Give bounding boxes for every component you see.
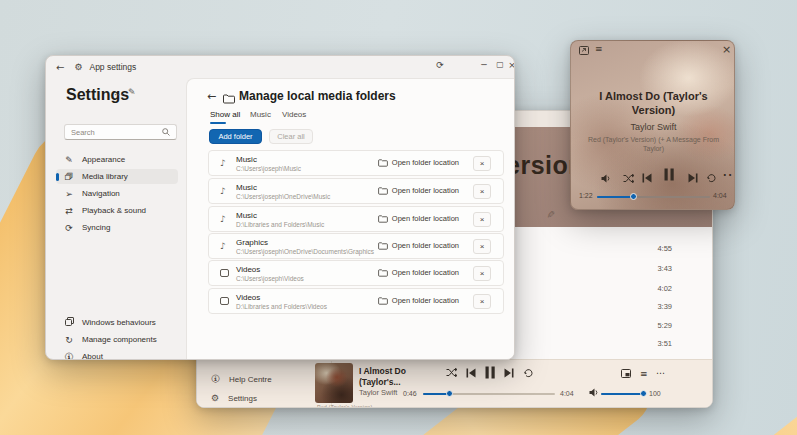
content-back-icon[interactable]: ←: [207, 90, 216, 103]
sidebar-item-playback-sound[interactable]: ⇄ Playback & sound: [56, 203, 178, 218]
nav-help-centre[interactable]: 🛈 Help Centre: [211, 374, 272, 384]
video-icon: [220, 297, 229, 307]
mini-song-album: Red (Taylor's Version) (+ A Message From…: [585, 135, 722, 154]
mini-player-close-icon[interactable]: ×: [722, 43, 731, 56]
mini-player-window: ≡ × I Almost Do (Taylor's Version) Taylo…: [570, 40, 735, 210]
page-title: Manage local media folders: [239, 89, 396, 103]
sidebar-item-media-library[interactable]: 🗇 Media library: [56, 169, 178, 184]
music-note-icon: ♪: [220, 241, 226, 251]
exit-mini-player-icon[interactable]: [579, 46, 589, 57]
remove-folder-button[interactable]: ×: [473, 156, 491, 171]
mini-elapsed-time: 1:22: [579, 192, 593, 199]
queue-icon[interactable]: ≡: [640, 369, 648, 379]
help-icon: 🛈: [211, 374, 220, 384]
repeat-button[interactable]: [523, 368, 534, 378]
mini-shuffle-icon[interactable]: [623, 169, 634, 187]
mini-progress-fill: [597, 196, 634, 198]
volume-thumb[interactable]: [640, 390, 647, 397]
close-icon[interactable]: ×: [504, 60, 515, 70]
edit-pencil-icon[interactable]: ✎: [545, 210, 556, 218]
remove-folder-button[interactable]: ×: [473, 266, 491, 281]
sync-icon: ⟳: [64, 223, 74, 233]
open-folder-location-button[interactable]: Open folder location: [378, 186, 459, 195]
now-playing-artist[interactable]: Taylor Swift: [359, 388, 397, 397]
remove-folder-button[interactable]: ×: [473, 184, 491, 199]
duration-time: 4:04: [560, 390, 574, 397]
media-library-icon: 🗇: [64, 172, 74, 182]
folder-row: ♪ Music D:\Libraries and Folders\Music O…: [208, 206, 504, 232]
music-note-icon: ♪: [220, 186, 226, 196]
open-folder-location-button[interactable]: Open folder location: [378, 268, 459, 277]
back-icon[interactable]: ←: [56, 62, 64, 73]
now-playing-album-art[interactable]: [315, 363, 353, 403]
sidebar-item-navigation[interactable]: ➢ Navigation: [56, 186, 178, 201]
progress-thumb[interactable]: [446, 390, 453, 397]
volume-value: 100: [649, 390, 661, 397]
manage-components-icon: ↻: [64, 335, 74, 345]
sidebar-item-manage-components[interactable]: ↻ Manage components: [56, 332, 178, 347]
sidebar-item-about[interactable]: 🛈 About: [56, 349, 178, 360]
pin-icon[interactable]: ✎: [128, 87, 136, 97]
mini-progress-thumb[interactable]: [630, 193, 637, 200]
mini-previous-button[interactable]: [642, 169, 652, 187]
mini-player-menu-icon[interactable]: ≡: [595, 44, 603, 54]
previous-button[interactable]: [466, 368, 476, 378]
search-input[interactable]: Search: [64, 124, 177, 140]
app-settings-window: ← ⚙ App settings ⟳ ─ ▢ × Settings ⋯ ✎ Se…: [45, 55, 515, 360]
clear-all-button[interactable]: Clear all: [269, 129, 313, 144]
volume-icon[interactable]: [589, 388, 598, 397]
folder-row: Videos C:\Users\joseph\Videos Open folde…: [208, 260, 504, 286]
open-folder-location-button[interactable]: Open folder location: [378, 158, 459, 167]
mini-next-button[interactable]: [688, 169, 698, 187]
mini-duration-time: 4:04: [713, 192, 727, 199]
add-folder-button[interactable]: Add folder: [209, 129, 262, 144]
folder-header-icon: [223, 90, 235, 108]
shuffle-button[interactable]: [446, 368, 457, 377]
settings-window-title: App settings: [89, 62, 136, 72]
remove-folder-button[interactable]: ×: [473, 212, 491, 227]
music-note-icon: ♪: [220, 214, 226, 224]
mini-more-options-icon[interactable]: ⋯: [722, 165, 735, 184]
open-folder-location-button[interactable]: Open folder location: [378, 241, 459, 250]
track-duration: 3:51: [657, 339, 672, 348]
mini-volume-icon[interactable]: [601, 169, 610, 187]
settings-sidebar: Settings ⋯ ✎ Search ✎ Appearance 🗇 Media…: [46, 78, 186, 360]
remove-folder-button[interactable]: ×: [473, 294, 491, 309]
tab-music[interactable]: Music: [250, 110, 271, 119]
track-duration: 5:29: [657, 321, 672, 330]
open-folder-icon: [378, 159, 388, 167]
open-folder-icon: [378, 215, 388, 223]
tab-videos[interactable]: Videos: [282, 110, 306, 119]
settings-content-panel: ← Manage local media folders Show all Mu…: [186, 78, 515, 360]
folder-row: ♪ Music C:\Users\joseph\OneDrive\Music O…: [208, 178, 504, 204]
nav-settings[interactable]: ⚙ Settings: [211, 393, 257, 403]
next-button[interactable]: [504, 368, 514, 378]
search-icon: [162, 128, 170, 136]
sidebar-item-syncing[interactable]: ⟳ Syncing: [56, 220, 178, 235]
sidebar-item-windows-behaviours[interactable]: Windows behaviours: [56, 315, 178, 330]
minimize-icon[interactable]: ─: [476, 60, 492, 70]
mini-repeat-button[interactable]: [706, 169, 717, 187]
search-placeholder: Search: [71, 128, 95, 137]
track-duration: 3:43: [657, 264, 672, 273]
folder-row: ♪ Graphics C:\Users\joseph\OneDrive\Docu…: [208, 233, 504, 259]
remove-folder-button[interactable]: ×: [473, 239, 491, 254]
open-folder-location-button[interactable]: Open folder location: [378, 296, 459, 305]
mini-pause-button[interactable]: [663, 167, 675, 185]
open-folder-location-button[interactable]: Open folder location: [378, 214, 459, 223]
mini-player-button[interactable]: [621, 369, 631, 378]
sidebar-item-appearance[interactable]: ✎ Appearance: [56, 152, 178, 167]
now-playing-title[interactable]: I Almost Do (Taylor's...: [359, 366, 429, 387]
settings-gear-icon: ⚙: [74, 62, 82, 72]
playback-sound-icon: ⇄: [64, 206, 74, 216]
appearance-icon: ✎: [64, 155, 74, 165]
more-options-icon[interactable]: ⋯: [656, 368, 665, 378]
refresh-icon[interactable]: ⟳: [432, 60, 448, 70]
sidebar-more-icon[interactable]: ⋯: [114, 89, 124, 100]
track-duration: 3:39: [657, 302, 672, 311]
pause-button[interactable]: [484, 366, 496, 379]
navigation-cursor-icon: ➢: [64, 189, 74, 199]
tab-show-all[interactable]: Show all: [210, 110, 240, 119]
playback-bar: [197, 359, 712, 408]
volume-fill: [601, 393, 644, 395]
